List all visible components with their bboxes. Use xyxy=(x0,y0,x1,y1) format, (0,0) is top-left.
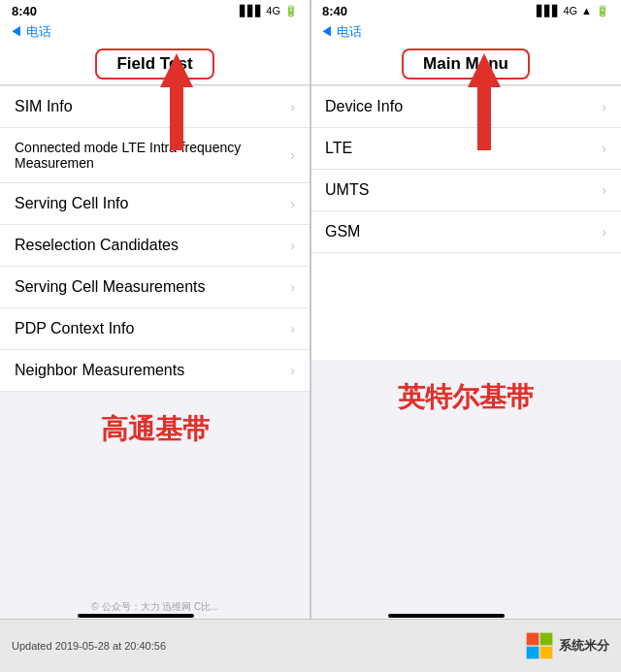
right-bottom-section: 英特尔基带 xyxy=(310,360,621,654)
right-signal-text: ▋▋▋ 4G xyxy=(537,5,577,17)
svg-rect-0 xyxy=(527,633,539,646)
right-status-bar: 8:40 ▋▋▋ 4G ▲ 🔋 xyxy=(310,0,621,21)
left-status-bar: 8:40 ▋▋▋ 4G 🔋 xyxy=(0,0,310,21)
svg-rect-3 xyxy=(540,647,553,659)
chevron-right-icon: › xyxy=(602,99,606,114)
right-menu-list: Device Info › LTE › UMTS › GSM › xyxy=(310,85,621,360)
menu-item-serving-cell-info-label: Serving Cell Info xyxy=(15,195,128,212)
footer-updated-text: Updated 2019-05-28 at 20:40:56 xyxy=(12,640,166,652)
chevron-right-icon: › xyxy=(290,238,295,253)
menu-item-neighbor-label: Neighbor Measurements xyxy=(15,362,184,379)
menu-item-neighbor[interactable]: Neighbor Measurements › xyxy=(0,350,310,392)
chevron-right-icon: › xyxy=(290,196,295,211)
footer-bar: Updated 2019-05-28 at 20:40:56 系统米分 xyxy=(0,619,621,672)
menu-item-reselection-label: Reselection Candidates xyxy=(15,237,179,254)
menu-item-device-info[interactable]: Device Info › xyxy=(310,85,621,128)
menu-item-pdp-context-label: PDP Context Info xyxy=(15,320,134,337)
windows-logo-icon xyxy=(526,632,553,659)
signal-text: ▋▋▋ 4G xyxy=(240,5,280,17)
menu-item-serving-cell-info[interactable]: Serving Cell Info › xyxy=(0,183,310,225)
svg-rect-2 xyxy=(527,647,539,659)
menu-item-device-info-label: Device Info xyxy=(325,98,403,115)
menu-item-sim-info[interactable]: SIM Info › xyxy=(0,85,310,128)
battery-icon: 🔋 xyxy=(284,5,298,17)
svg-rect-1 xyxy=(540,633,553,646)
left-watermark: © 公众号：大力 迅维网 C比... xyxy=(0,600,310,614)
menu-item-connected-mode-label: Connected mode LTE Intra-frequency Measu… xyxy=(15,140,290,171)
chevron-right-icon: › xyxy=(290,279,295,295)
right-status-icons: ▋▋▋ 4G ▲ 🔋 xyxy=(537,5,609,17)
right-time: 8:40 xyxy=(322,4,347,18)
left-panel: 8:40 ▋▋▋ 4G 🔋 ◀ 电话 Field Test SIM Info ›… xyxy=(0,0,310,672)
menu-item-gsm[interactable]: GSM › xyxy=(310,211,621,253)
left-back-btn[interactable]: ◀ 电话 xyxy=(10,23,51,41)
menu-item-lte[interactable]: LTE › xyxy=(310,128,621,170)
right-home-indicator xyxy=(388,614,505,618)
menu-item-umts[interactable]: UMTS › xyxy=(310,170,621,211)
right-back-btn[interactable]: ◀ 电话 xyxy=(320,23,362,41)
left-nav-bar: Field Test xyxy=(0,43,310,85)
chevron-right-icon: › xyxy=(290,147,295,163)
menu-item-lte-label: LTE xyxy=(325,140,352,157)
menu-item-sim-info-label: SIM Info xyxy=(15,98,73,115)
left-nav-title-box: Field Test xyxy=(95,48,213,80)
left-status-icons: ▋▋▋ 4G 🔋 xyxy=(240,5,298,17)
right-panel: 8:40 ▋▋▋ 4G ▲ 🔋 ◀ 电话 Main Menu Device In… xyxy=(310,0,621,672)
chevron-right-icon: › xyxy=(290,321,295,336)
right-bottom-text: 英特尔基带 xyxy=(398,379,534,416)
menu-item-gsm-label: GSM xyxy=(325,223,360,240)
chevron-right-icon: › xyxy=(290,99,295,114)
left-menu-list: SIM Info › Connected mode LTE Intra-freq… xyxy=(0,85,310,392)
chevron-right-icon: › xyxy=(290,363,295,378)
menu-item-pdp-context[interactable]: PDP Context Info › xyxy=(0,308,310,350)
menu-item-connected-mode[interactable]: Connected mode LTE Intra-frequency Measu… xyxy=(0,128,310,183)
footer-site-name: 系统米分 xyxy=(559,637,609,655)
right-wifi-icon: ▲ xyxy=(581,5,592,16)
menu-item-reselection[interactable]: Reselection Candidates › xyxy=(0,225,310,267)
right-nav-bar: Main Menu xyxy=(310,43,621,85)
footer-logo-area: 系统米分 xyxy=(526,632,609,659)
right-nav-title: Main Menu xyxy=(423,54,508,73)
menu-item-umts-label: UMTS xyxy=(325,181,369,199)
left-bottom-text: 高通基带 xyxy=(101,411,210,448)
menu-item-serving-cell-measurements[interactable]: Serving Cell Measurements › xyxy=(0,267,310,308)
menu-item-serving-cell-measurements-label: Serving Cell Measurements xyxy=(15,278,206,296)
chevron-right-icon: › xyxy=(602,141,606,156)
chevron-right-icon: › xyxy=(602,224,606,240)
left-home-indicator xyxy=(78,614,194,618)
chevron-right-icon: › xyxy=(602,182,606,198)
left-nav-title: Field Test xyxy=(116,54,192,73)
left-time: 8:40 xyxy=(12,4,37,18)
right-battery-icon: 🔋 xyxy=(596,5,609,17)
panel-divider xyxy=(310,0,311,672)
right-nav-title-box: Main Menu xyxy=(402,48,530,80)
